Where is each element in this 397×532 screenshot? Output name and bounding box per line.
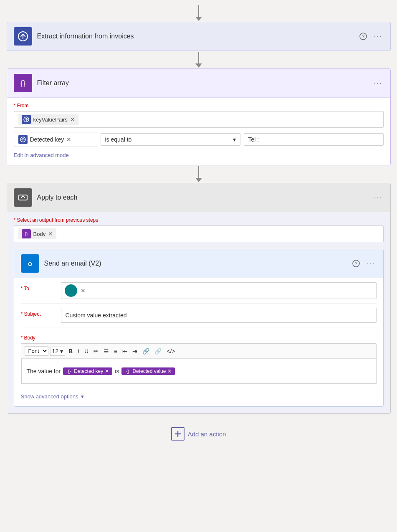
show-advanced-label: Show advanced options — [21, 393, 78, 400]
connector-arrow-1 — [195, 5, 202, 21]
subject-field-row: * Subject Custom value extracted — [21, 304, 377, 327]
to-avatar — [65, 284, 77, 297]
output-field[interactable]: {} Body ✕ — [14, 225, 384, 242]
filter-card: {} Filter array ··· * From keyValueP — [7, 68, 391, 165]
body-tag-icon: {} — [22, 229, 31, 238]
flow-container: Extract information from invoices ? ··· … — [7, 4, 391, 441]
detected-key-close-button[interactable]: ✕ — [66, 137, 71, 142]
show-advanced-button[interactable]: Show advanced options ▾ — [21, 388, 84, 400]
pen-button[interactable]: ✏ — [92, 347, 100, 355]
body-content[interactable]: The value for {} Detected key ✕ is — [21, 359, 376, 384]
chevron-down-icon: ▾ — [81, 393, 84, 400]
extract-title: Extract information from invoices — [37, 33, 354, 40]
filter-title: Filter array — [37, 79, 368, 87]
to-field-row: * To ✕ — [21, 278, 377, 304]
extract-icon — [14, 27, 32, 46]
condition-row: Detected key ✕ is equal to ▾ Tel : — [14, 132, 384, 147]
rich-toolbar: Font 12 ▾ B I U ✏ ☰ ≡ — [21, 344, 376, 359]
apply-icon — [14, 188, 32, 207]
font-family-select[interactable]: Font — [25, 346, 48, 356]
email-more-button[interactable]: ··· — [366, 258, 376, 269]
email-card: O Send an email (V2) ? ··· — [14, 249, 384, 407]
connector-arrow-2 — [195, 52, 202, 68]
font-size-select[interactable]: 12 ▾ — [50, 347, 65, 356]
apply-body: * Select an output from previous steps {… — [7, 212, 390, 413]
extract-more-button[interactable]: ··· — [373, 31, 383, 42]
body-tag-close-button[interactable]: ✕ — [48, 231, 53, 237]
filter-icon: {} — [14, 74, 32, 92]
from-tag: keyValuePairs ✕ — [18, 114, 78, 125]
subject-label: * Subject — [21, 308, 54, 317]
svg-text:{}: {} — [126, 369, 129, 374]
from-label: * From — [14, 103, 384, 109]
token2-close-button[interactable]: ✕ — [167, 369, 172, 374]
bullet-list-button[interactable]: ☰ — [102, 347, 111, 355]
apply-title: Apply to each — [37, 194, 368, 201]
detected-key-label: Detected key — [30, 136, 64, 143]
email-icon: O — [21, 254, 39, 273]
code-button[interactable]: </> — [165, 347, 177, 355]
add-action-button[interactable]: Add an action — [171, 427, 226, 441]
from-tag-label: keyValuePairs — [33, 117, 68, 123]
select-output-label: * Select an output from previous steps — [14, 217, 384, 223]
from-field[interactable]: keyValuePairs ✕ — [14, 111, 384, 128]
operator-label: is equal to — [105, 136, 132, 143]
email-title: Send an email (V2) — [44, 260, 347, 267]
bold-button[interactable]: B — [67, 347, 74, 355]
link-button[interactable]: 🔗 — [141, 347, 151, 355]
to-field[interactable]: ✕ — [61, 282, 377, 299]
add-action-icon — [171, 427, 185, 441]
body-tag-label: Body — [33, 231, 46, 237]
body-text-middle: is — [115, 368, 119, 375]
condition-value-text: Tel : — [248, 136, 259, 143]
subject-value: Custom value extracted — [66, 312, 127, 319]
to-close-button[interactable]: ✕ — [81, 288, 86, 294]
svg-text:?: ? — [355, 261, 357, 266]
svg-text:{}: {} — [68, 369, 71, 374]
filter-body: * From keyValuePairs ✕ — [7, 97, 390, 165]
underline-button[interactable]: U — [83, 347, 90, 355]
extract-help-button[interactable]: ? — [359, 32, 368, 41]
add-action-label: Add an action — [188, 431, 226, 438]
from-tag-icon — [22, 115, 31, 124]
apply-card: Apply to each ··· * Select an output fro… — [7, 183, 391, 414]
svg-text:O: O — [28, 261, 32, 267]
connector-arrow-3 — [195, 166, 202, 182]
filter-more-button[interactable]: ··· — [373, 78, 383, 89]
detected-key-icon — [18, 135, 28, 144]
ordered-list-button[interactable]: ≡ — [112, 347, 119, 355]
edit-advanced-button[interactable]: Edit in advanced mode — [14, 152, 69, 158]
body-tag: {} Body ✕ — [18, 228, 57, 239]
email-help-button[interactable]: ? — [351, 259, 361, 268]
apply-actions: ··· — [373, 193, 383, 203]
decrease-indent-button[interactable]: ⇤ — [121, 347, 129, 355]
extract-actions: ? ··· — [359, 31, 383, 42]
increase-indent-button[interactable]: ⇥ — [131, 347, 139, 355]
body-field-row: * Body Font 12 ▾ B I — [21, 327, 377, 388]
condition-left: Detected key ✕ — [14, 132, 97, 147]
unlink-button[interactable]: 🔗 — [153, 347, 163, 355]
extract-card: Extract information from invoices ? ··· — [7, 22, 391, 51]
token1-close-button[interactable]: ✕ — [105, 369, 109, 374]
svg-text:{}: {} — [20, 79, 25, 87]
body-label: * Body — [21, 332, 54, 341]
add-action-section: Add an action — [171, 427, 226, 441]
rich-editor: Font 12 ▾ B I U ✏ ☰ ≡ — [21, 343, 377, 384]
from-tag-close-button[interactable]: ✕ — [70, 117, 75, 122]
condition-value[interactable]: Tel : — [244, 133, 384, 146]
filter-actions: ··· — [373, 78, 383, 89]
italic-button[interactable]: I — [76, 347, 81, 355]
svg-text:{}: {} — [25, 231, 28, 236]
operator-chevron-icon: ▾ — [233, 136, 236, 143]
svg-text:?: ? — [362, 34, 364, 39]
body-text-before: The value for — [27, 368, 61, 375]
detected-value-chip: {} Detected value ✕ — [121, 367, 175, 375]
detected-key-chip: {} Detected key ✕ — [63, 367, 112, 375]
to-label: * To — [21, 282, 54, 291]
email-actions: ? ··· — [351, 258, 376, 269]
subject-field[interactable]: Custom value extracted — [61, 308, 377, 323]
condition-operator[interactable]: is equal to ▾ — [101, 133, 240, 146]
apply-more-button[interactable]: ··· — [373, 193, 383, 203]
email-body: * To ✕ * Subject Custom value extracted — [14, 278, 383, 406]
